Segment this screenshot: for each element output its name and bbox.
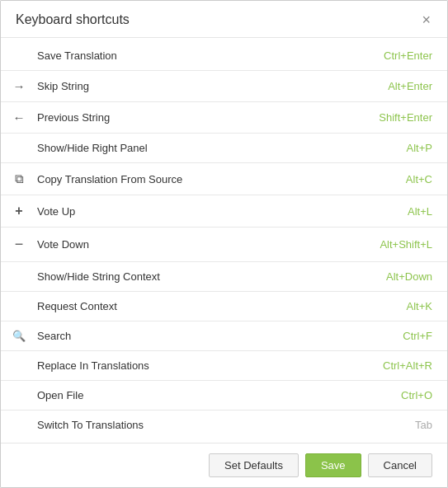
dialog-footer: Set Defaults Save Cancel [1, 443, 447, 487]
no-icon [1, 381, 32, 411]
shortcut-key: Ctrl+Alt+R [314, 351, 447, 381]
copy-icon: ⧉ [1, 163, 32, 195]
keyboard-shortcuts-dialog: Keyboard shortcuts × Save TranslationCtr… [0, 0, 448, 488]
table-row: Show/Hide Right PanelAlt+P [1, 134, 447, 163]
cancel-button[interactable]: Cancel [368, 453, 432, 477]
no-icon [1, 41, 32, 71]
shortcuts-list: Save TranslationCtrl+Enter→Skip StringAl… [1, 38, 447, 443]
table-row: ⧉Copy Translation From SourceAlt+C [1, 163, 447, 195]
shortcut-label: Show/Hide Right Panel [32, 134, 314, 163]
no-icon [1, 411, 32, 440]
shortcut-key: Alt+Shift+L [314, 228, 447, 262]
dialog-header: Keyboard shortcuts × [1, 1, 447, 38]
shortcut-label: Vote Up [32, 195, 314, 228]
shortcut-key: Alt+K [314, 292, 447, 321]
table-row: 🔍SearchCtrl+F [1, 321, 447, 351]
table-row: Switch To TranslationsTab [1, 411, 447, 440]
arrow-right-icon: → [1, 71, 32, 102]
shortcut-key: Alt+Down [314, 262, 447, 292]
plus-icon: + [1, 195, 32, 228]
arrow-left-icon: ← [1, 102, 32, 134]
table-row: Open FileCtrl+O [1, 381, 447, 411]
shortcut-label: Show/Hide String Context [32, 262, 314, 292]
search-icon: 🔍 [1, 321, 32, 351]
shortcut-label: Open File [32, 381, 314, 411]
shortcut-label: Save Translation [32, 41, 314, 71]
close-button[interactable]: × [420, 12, 432, 27]
shortcut-key: Ctrl+O [314, 381, 447, 411]
table-row: Replace In TranslationsCtrl+Alt+R [1, 351, 447, 381]
shortcut-key: Alt+P [314, 134, 447, 163]
shortcut-label: Vote Down [32, 228, 314, 262]
shortcut-label: Replace In Translations [32, 351, 314, 381]
no-icon [1, 351, 32, 381]
shortcut-label: Request Context [32, 292, 314, 321]
shortcut-key: Alt+L [314, 195, 447, 228]
shortcuts-table: Save TranslationCtrl+Enter→Skip StringAl… [1, 41, 447, 439]
shortcut-key: Alt+C [314, 163, 447, 195]
no-icon [1, 262, 32, 292]
table-row: +Vote UpAlt+L [1, 195, 447, 228]
save-button[interactable]: Save [305, 453, 361, 477]
shortcut-key: Tab [314, 411, 447, 440]
minus-icon: − [1, 228, 32, 262]
table-row: Save TranslationCtrl+Enter [1, 41, 447, 71]
shortcut-label: Copy Translation From Source [32, 163, 314, 195]
shortcut-key: Ctrl+F [314, 321, 447, 351]
set-defaults-button[interactable]: Set Defaults [209, 453, 299, 477]
shortcut-label: Switch To Translations [32, 411, 314, 440]
shortcut-label: Previous String [32, 102, 314, 134]
dialog-title: Keyboard shortcuts [16, 12, 130, 27]
table-row: ←Previous StringShift+Enter [1, 102, 447, 134]
shortcut-key: Alt+Enter [314, 71, 447, 102]
shortcut-label: Search [32, 321, 314, 351]
table-row: Request ContextAlt+K [1, 292, 447, 321]
shortcut-label: Skip String [32, 71, 314, 102]
table-row: Show/Hide String ContextAlt+Down [1, 262, 447, 292]
no-icon [1, 292, 32, 321]
shortcut-key: Shift+Enter [314, 102, 447, 134]
no-icon [1, 134, 32, 163]
table-row: −Vote DownAlt+Shift+L [1, 228, 447, 262]
table-row: →Skip StringAlt+Enter [1, 71, 447, 102]
shortcut-key: Ctrl+Enter [314, 41, 447, 71]
